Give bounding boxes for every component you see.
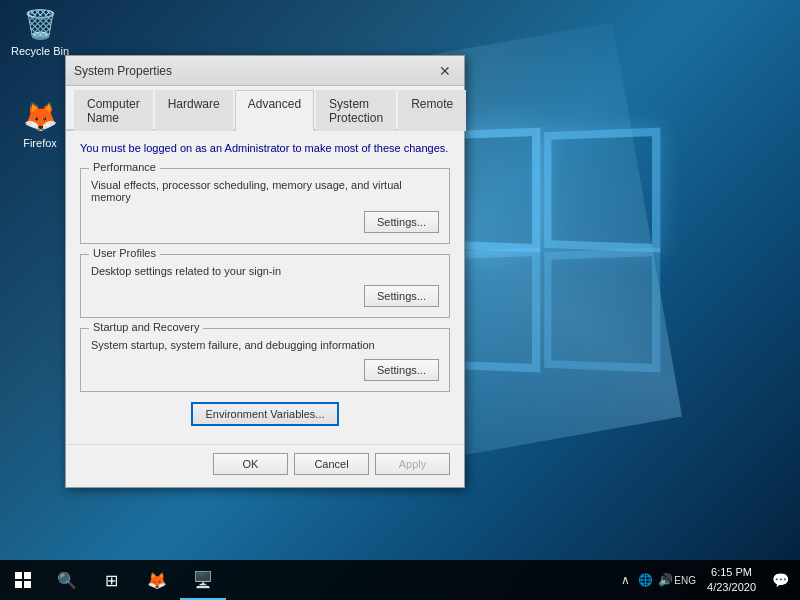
notification-icon: 💬 [772, 572, 789, 588]
dialog-content: You must be logged on as an Administrato… [66, 131, 464, 444]
close-button[interactable]: ✕ [434, 60, 456, 82]
environment-variables-button[interactable]: Environment Variables... [191, 402, 338, 426]
cancel-button[interactable]: Cancel [294, 453, 369, 475]
performance-group: Performance Visual effects, processor sc… [80, 168, 450, 244]
network-icon[interactable]: 🌐 [636, 571, 654, 589]
startup-recovery-label: Startup and Recovery [89, 321, 203, 333]
dialog-controls: ✕ [434, 60, 456, 82]
tab-system-protection[interactable]: System Protection [316, 90, 396, 131]
volume-icon[interactable]: 🔊 [656, 571, 674, 589]
windows-logo-icon [15, 572, 31, 588]
ok-button[interactable]: OK [213, 453, 288, 475]
tab-advanced[interactable]: Advanced [235, 90, 314, 131]
user-profiles-settings-button[interactable]: Settings... [364, 285, 439, 307]
startup-recovery-description: System startup, system failure, and debu… [91, 339, 439, 351]
firefox-desktop-icon[interactable]: 🦊 Firefox [10, 100, 70, 149]
user-profiles-group: User Profiles Desktop settings related t… [80, 254, 450, 318]
recycle-bin-label: Recycle Bin [11, 45, 69, 57]
tab-remote[interactable]: Remote [398, 90, 466, 131]
time-display: 6:15 PM [711, 565, 752, 580]
taskbar-tray-area: ∧ 🌐 🔊 ENG 6:15 PM 4/23/2020 💬 [611, 560, 800, 600]
svg-rect-1 [24, 572, 31, 579]
taskbar-firefox[interactable]: 🦊 [134, 560, 180, 600]
svg-rect-3 [24, 581, 31, 588]
startup-recovery-group: Startup and Recovery System startup, sys… [80, 328, 450, 392]
user-profiles-label: User Profiles [89, 247, 160, 259]
apply-button[interactable]: Apply [375, 453, 450, 475]
admin-warning: You must be logged on as an Administrato… [80, 141, 450, 156]
taskbar: 🔍 ⊞ 🦊 🖥️ ∧ 🌐 🔊 [0, 560, 800, 600]
computer-icon: 🖥️ [193, 570, 213, 589]
performance-description: Visual effects, processor scheduling, me… [91, 179, 439, 203]
performance-settings-btn-area: Settings... [91, 211, 439, 233]
performance-label: Performance [89, 161, 160, 173]
svg-rect-0 [15, 572, 22, 579]
system-properties-dialog: System Properties ✕ Computer Name Hardwa… [65, 55, 465, 488]
firefox-taskbar-icon: 🦊 [147, 571, 167, 590]
user-profiles-settings-btn-area: Settings... [91, 285, 439, 307]
firefox-img: 🦊 [23, 100, 58, 133]
tab-hardware[interactable]: Hardware [155, 90, 233, 131]
env-btn-area: Environment Variables... [80, 402, 450, 426]
search-icon: 🔍 [57, 571, 77, 590]
firefox-label: Firefox [23, 137, 57, 149]
language-indicator[interactable]: ENG [676, 571, 694, 589]
startup-recovery-settings-btn-area: Settings... [91, 359, 439, 381]
dialog-titlebar: System Properties ✕ [66, 56, 464, 86]
taskbar-system-properties[interactable]: 🖥️ [180, 560, 226, 600]
performance-settings-button[interactable]: Settings... [364, 211, 439, 233]
clock[interactable]: 6:15 PM 4/23/2020 [699, 560, 764, 600]
search-button[interactable]: 🔍 [46, 560, 88, 600]
notification-button[interactable]: 💬 [764, 560, 796, 600]
desktop: 🗑️ Recycle Bin 🦊 Firefox System Properti… [0, 0, 800, 600]
start-button[interactable] [0, 560, 46, 600]
startup-recovery-settings-button[interactable]: Settings... [364, 359, 439, 381]
tab-computer-name[interactable]: Computer Name [74, 90, 153, 131]
svg-rect-2 [15, 581, 22, 588]
dialog-title: System Properties [74, 64, 434, 78]
tray-up-arrow[interactable]: ∧ [616, 571, 634, 589]
recycle-bin-icon[interactable]: 🗑️ Recycle Bin [10, 8, 70, 57]
tabs-container: Computer Name Hardware Advanced System P… [66, 86, 464, 131]
system-tray: ∧ 🌐 🔊 ENG [611, 560, 699, 600]
task-view-button[interactable]: ⊞ [88, 560, 134, 600]
recycle-bin-img: 🗑️ [23, 8, 58, 41]
date-display: 4/23/2020 [707, 580, 756, 595]
task-view-icon: ⊞ [105, 571, 118, 590]
dialog-footer: OK Cancel Apply [66, 444, 464, 487]
user-profiles-description: Desktop settings related to your sign-in [91, 265, 439, 277]
